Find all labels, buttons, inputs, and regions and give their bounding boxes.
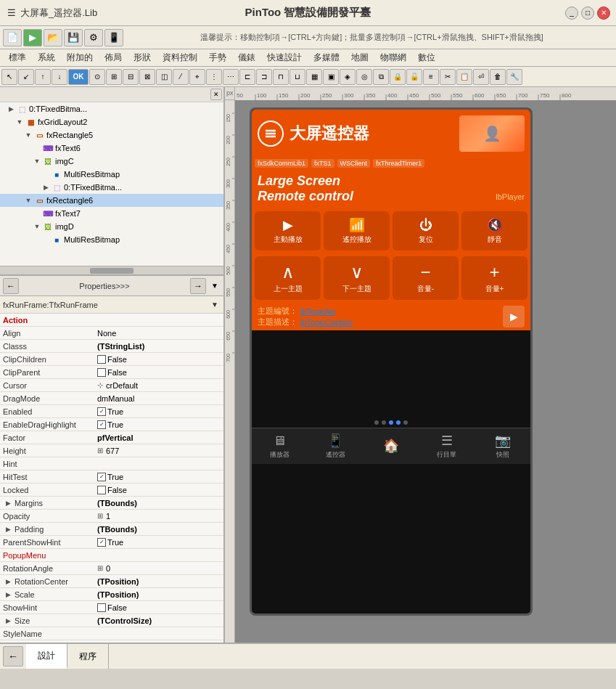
expand-icon-4[interactable]: ▼ [32, 156, 42, 166]
bottom-nav-home[interactable]: 🏠 [364, 428, 419, 464]
props-forward-btn[interactable]: → [190, 278, 206, 294]
close-button[interactable]: ✕ [597, 7, 610, 20]
expand-icon-10[interactable] [41, 235, 51, 245]
prev-topic-btn[interactable]: ∧ 上一主題 [255, 256, 321, 300]
bottom-nav-camera[interactable]: 📷 快照 [475, 428, 530, 464]
prop-value-taborder[interactable]: -1 [94, 643, 223, 643]
canvas-scroll[interactable]: 大屏遥控器 👤 fxSdkCommLib1 fxTS1 [235, 100, 616, 643]
sec-btn-23[interactable]: 🔒 [390, 69, 406, 85]
sec-btn-30[interactable]: 🔧 [506, 69, 522, 85]
prop-value-padding[interactable]: (TBounds) [94, 525, 223, 534]
menu-iot[interactable]: 物聯網 [374, 50, 412, 65]
size-expand-icon[interactable]: ▶ [3, 617, 13, 624]
sec-btn-17[interactable]: ⊔ [289, 69, 305, 85]
expand-icon-0[interactable]: ▶ [6, 104, 16, 114]
prop-value-showhint[interactable]: False [94, 603, 223, 612]
menu-quick-design[interactable]: 快速設計 [261, 50, 308, 65]
device-button[interactable]: 📱 [104, 29, 123, 46]
sec-btn-20[interactable]: ◈ [340, 69, 356, 85]
next-topic-btn[interactable]: ∨ 下一主題 [324, 256, 390, 300]
prop-value-scale[interactable]: (TPosition) [94, 590, 223, 599]
tree-hscroll[interactable] [0, 266, 223, 274]
back-btn[interactable]: ← [3, 646, 23, 666]
vol-down-btn[interactable]: − 音量- [393, 256, 459, 300]
rotationcenter-expand-icon[interactable]: ▶ [3, 578, 13, 585]
prop-value-hittest[interactable]: True [94, 473, 223, 481]
sec-btn-24[interactable]: 🔓 [406, 69, 422, 85]
prop-value-clipparent[interactable]: False [94, 368, 223, 377]
menu-system[interactable]: 系統 [32, 50, 61, 65]
sec-btn-5[interactable]: ⊙ [89, 69, 105, 85]
sec-btn-16[interactable]: ⊓ [273, 69, 289, 85]
sec-btn-28[interactable]: ⏎ [473, 69, 489, 85]
new-button[interactable]: 📄 [3, 29, 22, 46]
clipchildren-checkbox[interactable] [97, 355, 106, 364]
margins-expand-icon[interactable]: ▶ [3, 500, 13, 507]
menu-standard[interactable]: 標準 [3, 50, 32, 65]
prop-value-enabled[interactable]: True [94, 407, 223, 416]
sec-btn-18[interactable]: ▦ [306, 69, 322, 85]
prop-value-classs[interactable]: (TStringList) [94, 342, 223, 351]
sec-btn-7[interactable]: ⊟ [123, 69, 139, 85]
clipparent-checkbox[interactable] [97, 368, 106, 377]
tree-node-4[interactable]: ▼ 🖼 imgC [0, 155, 223, 168]
tree-node-0[interactable]: ▶ ⬚ 0:TFixedBitma... [0, 102, 223, 115]
sec-btn-15[interactable]: ⊐ [256, 69, 272, 85]
menu-layout[interactable]: 佈局 [99, 50, 128, 65]
locked-checkbox[interactable] [97, 486, 106, 494]
menu-shape[interactable]: 形狀 [128, 50, 157, 65]
sec-btn-29[interactable]: 🗑 [490, 69, 506, 85]
hscroll-thumb[interactable] [90, 268, 134, 274]
prop-value-dragmode[interactable]: dmManual [94, 394, 223, 403]
prop-value-align[interactable]: None [94, 329, 223, 338]
menu-multimedia[interactable]: 多媒體 [308, 50, 345, 65]
tree-node-9[interactable]: ▼ 🖼 imgD [0, 220, 223, 233]
tab-program[interactable]: 程序 [67, 644, 109, 669]
sec-btn-26[interactable]: ✂ [440, 69, 456, 85]
tree-node-1[interactable]: ▼ ▦ fxGridLayout2 [0, 115, 223, 129]
sec-btn-10[interactable]: ∕ [173, 69, 189, 85]
ok-btn[interactable]: OK [68, 69, 89, 85]
sec-btn-2[interactable]: ↙ [18, 69, 34, 85]
tab-design[interactable]: 設計 [26, 644, 67, 669]
sec-btn-11[interactable]: ⌖ [189, 69, 205, 85]
bottom-nav-player[interactable]: 🖥 播放器 [252, 428, 308, 464]
tree-collapse-btn[interactable]: ✕ [210, 89, 222, 100]
prop-value-opacity[interactable]: ⊞ 1 [94, 512, 223, 521]
menu-digital[interactable]: 數位 [412, 50, 441, 65]
enabled-checkbox[interactable] [97, 407, 106, 416]
sec-btn-19[interactable]: ▣ [323, 69, 339, 85]
scale-expand-icon[interactable]: ▶ [3, 591, 13, 598]
sec-btn-8[interactable]: ⊠ [139, 69, 155, 85]
tree-node-6[interactable]: ▶ ⬚ 0:TFixedBitma... [0, 181, 223, 194]
menu-gesture[interactable]: 手勢 [203, 50, 232, 65]
sec-btn-6[interactable]: ⊞ [106, 69, 122, 85]
parentshowhint-checkbox[interactable] [97, 538, 106, 547]
menu-gauge[interactable]: 儀錶 [232, 50, 261, 65]
tree-scroll[interactable]: ▶ ⬚ 0:TFixedBitma... ▼ ▦ fxGridLayout2 ▼… [0, 102, 223, 276]
expand-icon-1[interactable]: ▼ [15, 117, 25, 127]
tree-node-2[interactable]: ▼ ▭ fxRectangle5 [0, 129, 223, 142]
vol-up-btn[interactable]: + 音量+ [461, 256, 527, 300]
sec-btn-4[interactable]: ↓ [52, 69, 67, 85]
sec-btn-22[interactable]: ⧉ [373, 69, 389, 85]
sec-btn-9[interactable]: ◫ [156, 69, 172, 85]
open-button[interactable]: 📂 [44, 29, 62, 46]
tree-node-5[interactable]: ■ MultiResBitmap [0, 168, 223, 181]
prop-value-rotationcenter[interactable]: (TPosition) [94, 577, 223, 586]
prop-value-height[interactable]: ⊞ 677 [94, 447, 223, 455]
prop-value-rotationangle[interactable]: ⊞ 0 [94, 564, 223, 573]
expand-icon-3[interactable] [32, 143, 42, 153]
showhint-checkbox[interactable] [97, 603, 106, 612]
expand-icon-2[interactable]: ▼ [23, 130, 33, 140]
sec-btn-14[interactable]: ⊏ [239, 69, 255, 85]
bottom-nav-list[interactable]: ☰ 行目單 [419, 428, 475, 464]
props-dropdown-btn[interactable]: ▼ [209, 280, 221, 292]
maximize-button[interactable]: □ [581, 7, 594, 20]
prop-value-factor[interactable]: pfVertical [94, 433, 223, 442]
prop-value-locked[interactable]: False [94, 486, 223, 494]
minimize-button[interactable]: _ [565, 7, 578, 20]
menu-additional[interactable]: 附加的 [61, 50, 99, 65]
sec-btn-27[interactable]: 📋 [456, 69, 472, 85]
sec-btn-21[interactable]: ◎ [356, 69, 372, 85]
